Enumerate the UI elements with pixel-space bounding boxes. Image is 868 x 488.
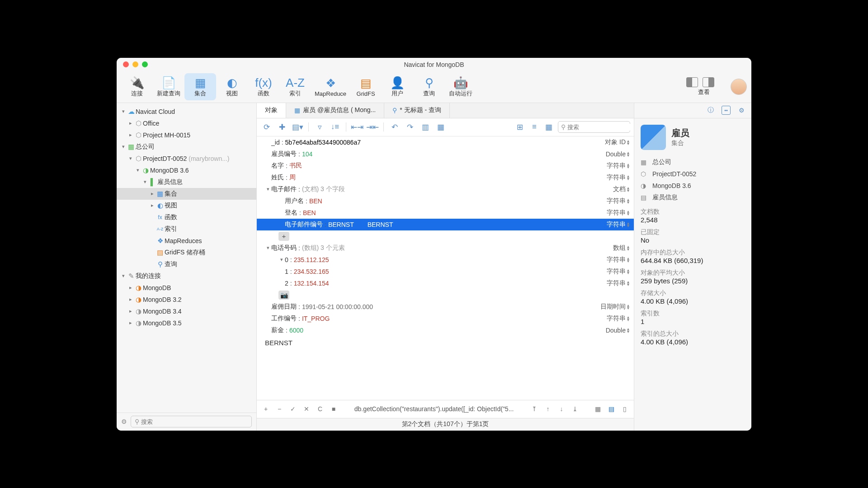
- refresh-button[interactable]: ⟳: [260, 121, 273, 133]
- new-doc-button[interactable]: ✚: [276, 121, 288, 133]
- path-item[interactable]: ◑MongoDB 3.6: [641, 180, 745, 192]
- add-row-button[interactable]: +: [261, 405, 270, 413]
- tab[interactable]: ⚲* 无标题 - 查询: [384, 103, 450, 118]
- tree-node[interactable]: ▾▦总公司: [117, 141, 256, 153]
- form-view-icon[interactable]: ▦: [542, 121, 555, 133]
- doc-row[interactable]: ▾电子邮件:(文档) 3 个字段文档 ▴▾: [257, 183, 634, 195]
- toolbar-mapreduce-button[interactable]: ❖MapReduce: [311, 73, 350, 100]
- sidebar-search[interactable]: ⚲: [131, 416, 252, 427]
- doc-row[interactable]: 用户名:BEN字符串 ▴▾: [257, 195, 634, 207]
- field-type[interactable]: 字符串 ▴▾: [607, 197, 629, 205]
- field-type[interactable]: 字符串 ▴▾: [607, 174, 629, 182]
- ddl-icon[interactable]: ••: [722, 106, 731, 115]
- path-item[interactable]: ▤雇员信息: [641, 192, 745, 203]
- tree-node[interactable]: ▾▌雇员信息: [117, 176, 256, 188]
- layout-left-button[interactable]: [686, 77, 698, 87]
- settings-icon[interactable]: ⚙: [121, 418, 127, 425]
- stop-button[interactable]: ■: [329, 405, 338, 413]
- user-avatar-icon[interactable]: [731, 79, 747, 95]
- tab[interactable]: ▦雇员 @雇员信息 ( Mong...: [286, 103, 384, 118]
- field-type[interactable]: 字符串 ▴▾: [607, 314, 629, 323]
- field-type[interactable]: 对象 ID ▴▾: [605, 138, 629, 146]
- chart-button[interactable]: ▥: [419, 121, 432, 133]
- field-type[interactable]: 字符串 ▴▾: [607, 209, 629, 217]
- doc-search[interactable]: ⚲: [558, 121, 630, 133]
- field-type[interactable]: 字符串 ▴▾: [607, 221, 629, 229]
- tree-node[interactable]: ▸◐视图: [117, 200, 256, 211]
- doc-row[interactable]: ▾0:235.112.125字符串 ▴▾: [257, 254, 634, 266]
- tree-node[interactable]: ▤GridFS 储存桶: [117, 247, 256, 258]
- tree-node[interactable]: ▾◑MongoDB 3.6: [117, 164, 256, 176]
- toolbar-query-button[interactable]: ⚲查询: [413, 73, 445, 100]
- tree-node[interactable]: ▾✎我的连接: [117, 270, 256, 282]
- expand-button[interactable]: ⇤⇥: [351, 121, 363, 133]
- field-type[interactable]: Double ▴▾: [606, 327, 629, 334]
- tree-node[interactable]: ▾☁Navicat Cloud: [117, 106, 256, 117]
- toolbar-connect-button[interactable]: 🔌连接: [121, 73, 153, 100]
- add-field-button[interactable]: +: [278, 232, 289, 241]
- toolbar-index-button[interactable]: A-Z索引: [279, 73, 311, 100]
- field-type[interactable]: Double ▴▾: [606, 150, 629, 158]
- collapse-button[interactable]: ⇥⇤: [366, 121, 379, 133]
- toolbar-gridfs-button[interactable]: ▤GridFS: [350, 73, 382, 100]
- mode-grid-icon[interactable]: ▦: [593, 405, 602, 413]
- tree-node[interactable]: ▸⬡Project MH-0015: [117, 129, 256, 141]
- prev-page-button[interactable]: ↑: [543, 405, 552, 413]
- tree-node[interactable]: ▸◑MongoDB: [117, 282, 256, 294]
- toolbar-collection-button[interactable]: ▦集合: [184, 73, 216, 100]
- toolbar-newquery-button[interactable]: 📄新建查询: [153, 73, 184, 100]
- delete-row-button[interactable]: −: [275, 405, 284, 413]
- edit-value-box[interactable]: BERNST: [265, 339, 634, 347]
- cancel-button[interactable]: ✕: [302, 405, 311, 413]
- field-type[interactable]: 日期时间 ▴▾: [600, 303, 629, 311]
- doc-row[interactable]: 姓氏:周字符串 ▴▾: [257, 172, 634, 183]
- mode-json-icon[interactable]: ▯: [620, 405, 629, 413]
- doc-row[interactable]: _id:5b7e64abaf5344900086a7对象 ID ▴▾: [257, 136, 634, 148]
- last-page-button[interactable]: ⤓: [571, 405, 580, 413]
- zoom-icon[interactable]: [142, 61, 148, 67]
- toolbar-autorun-button[interactable]: 🤖自动运行: [445, 73, 476, 100]
- tree-node[interactable]: ▸◑MongoDB 3.5: [117, 317, 256, 329]
- field-type[interactable]: 字符串 ▴▾: [607, 279, 629, 287]
- field-type[interactable]: 字符串 ▴▾: [607, 267, 629, 276]
- first-page-button[interactable]: ⤒: [530, 405, 539, 413]
- toolbar-view-button[interactable]: ◐视图: [216, 73, 248, 100]
- save-button[interactable]: ▤▾: [291, 121, 304, 133]
- doc-row[interactable]: 雇员编号:104Double ▴▾: [257, 148, 634, 160]
- field-type[interactable]: 字符串 ▴▾: [607, 256, 629, 264]
- field-type[interactable]: 字符串 ▴▾: [607, 162, 629, 170]
- tree-node[interactable]: ▸◑MongoDB 3.4: [117, 305, 256, 317]
- info-icon[interactable]: ⓘ: [706, 106, 715, 115]
- tab[interactable]: 对象: [257, 103, 286, 118]
- filter-button[interactable]: ▿: [313, 121, 326, 133]
- export-button[interactable]: ↷: [404, 121, 416, 133]
- doc-row[interactable]: 名字:书民字符串 ▴▾: [257, 160, 634, 172]
- refresh-footer-button[interactable]: C: [316, 405, 325, 413]
- doc-row[interactable]: 电子邮件编号:BERNSTBERNST字符串 ▴▾: [257, 219, 634, 230]
- grid-view-icon[interactable]: ⊞: [514, 121, 526, 133]
- mode-tree-icon[interactable]: ▤: [607, 405, 616, 413]
- doc-search-input[interactable]: [567, 124, 643, 131]
- doc-row[interactable]: ▾电话号码:(数组) 3 个元素数组 ▴▾: [257, 242, 634, 254]
- toolbar-function-button[interactable]: f(x)函数: [248, 73, 279, 100]
- doc-row[interactable]: 1:234.532.165字符串 ▴▾: [257, 266, 634, 277]
- import-button[interactable]: ↶: [388, 121, 401, 133]
- doc-row[interactable]: 登名:BEN字符串 ▴▾: [257, 207, 634, 219]
- sort-button[interactable]: ↓≡: [329, 121, 341, 133]
- toolbar-user-button[interactable]: 👤用户: [382, 73, 413, 100]
- close-icon[interactable]: [123, 61, 129, 67]
- tree-node[interactable]: A-Z索引: [117, 223, 256, 235]
- layout-right-button[interactable]: [703, 77, 714, 87]
- doc-row[interactable]: 薪金:6000Double ▴▾: [257, 324, 634, 336]
- tree-node[interactable]: ❖MapReduces: [117, 235, 256, 247]
- tree-node[interactable]: ▸▦集合: [117, 188, 256, 200]
- field-type[interactable]: 数组 ▴▾: [613, 244, 629, 252]
- analyze-button[interactable]: ▦: [434, 121, 447, 133]
- tree-node[interactable]: ▾⬡ProjectDT-0052(marybrown...): [117, 153, 256, 164]
- field-type[interactable]: 文档 ▴▾: [613, 185, 629, 193]
- list-view-icon[interactable]: ≡: [528, 121, 541, 133]
- minimize-icon[interactable]: [132, 61, 138, 67]
- commit-button[interactable]: ✓: [288, 405, 297, 413]
- path-item[interactable]: ⬡ProjectDT-0052: [641, 168, 745, 180]
- camera-icon[interactable]: 📷: [278, 291, 289, 300]
